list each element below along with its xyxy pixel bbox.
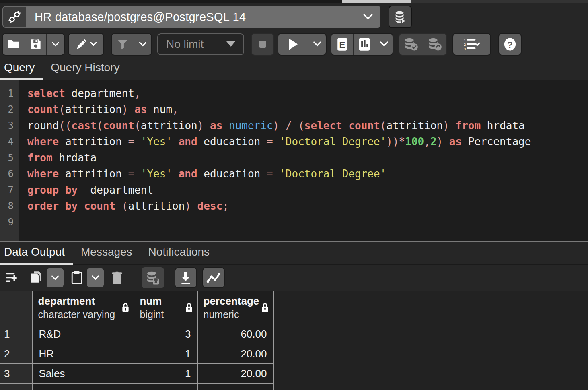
- sql-token: from: [456, 120, 481, 132]
- paste-options-chevron[interactable]: [87, 268, 104, 287]
- tab-messages[interactable]: Messages: [78, 246, 135, 264]
- paste-button[interactable]: [67, 268, 87, 287]
- line-number: 7: [0, 182, 19, 198]
- copy-options-chevron[interactable]: [47, 268, 64, 287]
- sql-token: ): [122, 103, 128, 116]
- data-output-grid: departmentcharacter varyingnumbigintperc…: [0, 291, 588, 390]
- save-options-chevron[interactable]: [46, 34, 64, 55]
- data-cell[interactable]: R&D: [32, 324, 134, 344]
- lock-icon: [185, 302, 193, 313]
- sql-token: =: [267, 168, 273, 180]
- graph-visualiser-button[interactable]: [202, 267, 225, 288]
- sql-line[interactable]: count(attrition) as num,: [27, 101, 588, 118]
- sql-token: 'Yes': [141, 136, 172, 148]
- row-number: [0, 384, 32, 390]
- rollback-button: [423, 34, 446, 55]
- line-number: 1: [0, 85, 19, 101]
- copy-button[interactable]: [27, 268, 47, 287]
- explain-options-chevron[interactable]: [375, 34, 393, 55]
- sql-line[interactable]: from hrdata: [27, 150, 588, 166]
- select-all-corner[interactable]: [0, 291, 32, 324]
- save-file-button[interactable]: [25, 34, 46, 55]
- sql-token: ,: [424, 136, 430, 148]
- execute-options-chevron[interactable]: [308, 34, 326, 55]
- sql-line[interactable]: group by department: [27, 182, 588, 198]
- data-cell[interactable]: 3: [134, 324, 197, 344]
- sql-line[interactable]: select department,: [27, 85, 588, 101]
- sql-token: department: [78, 184, 153, 196]
- line-number: 2: [0, 101, 19, 118]
- sql-code-area[interactable]: select department,count(attrition) as nu…: [19, 80, 588, 241]
- sql-token: =: [128, 136, 134, 148]
- row-number[interactable]: 1: [0, 324, 32, 344]
- edit-query-button[interactable]: [69, 34, 103, 55]
- filter-button[interactable]: [112, 34, 134, 55]
- sql-token: 2: [430, 136, 437, 148]
- select-arrow-icon: [226, 41, 235, 47]
- data-cell[interactable]: 20.00: [197, 364, 273, 384]
- data-cell[interactable]: 20.00: [197, 344, 273, 364]
- editor-tabbar: Query Query History: [0, 58, 588, 80]
- connection-status-button[interactable]: [2, 6, 26, 28]
- explain-analyze-button[interactable]: [353, 34, 375, 55]
- sql-editor[interactable]: 123456789 select department,count(attrit…: [0, 80, 588, 241]
- sql-token: [191, 200, 197, 212]
- execute-query-button[interactable]: [278, 34, 308, 55]
- results-toolbar: [0, 265, 588, 291]
- new-connection-button[interactable]: [389, 6, 412, 28]
- data-cell[interactable]: 1: [134, 364, 197, 384]
- sql-line[interactable]: order by count (attrition) desc;: [27, 198, 588, 214]
- sql-token: attrition: [65, 103, 122, 116]
- line-number: 3: [0, 118, 19, 134]
- column-header-num[interactable]: numbigint: [134, 291, 197, 324]
- row-number[interactable]: 3: [0, 364, 32, 384]
- data-cell[interactable]: 60.00: [197, 324, 273, 344]
- sql-token: [134, 136, 141, 148]
- connection-selector[interactable]: HR database/postgres@PostgreSQL 14: [26, 6, 380, 28]
- sql-token: ): [443, 120, 449, 132]
- sql-token: 100: [405, 136, 424, 148]
- help-group: ?: [498, 33, 522, 56]
- sql-token: [204, 120, 210, 132]
- column-header-percentage[interactable]: percentagenumeric: [197, 291, 273, 324]
- sql-token: numeric: [229, 120, 273, 132]
- sql-token: and: [179, 136, 197, 148]
- window-top-edge: [0, 0, 588, 3]
- sql-token: hrdata: [53, 152, 97, 164]
- open-file-button[interactable]: [3, 34, 25, 55]
- sql-token: [443, 136, 449, 148]
- download-results-button[interactable]: [175, 267, 197, 288]
- row-number[interactable]: 2: [0, 344, 32, 364]
- help-button[interactable]: ?: [499, 34, 521, 55]
- add-row-button[interactable]: [2, 268, 23, 287]
- tab-data-output[interactable]: Data Output: [2, 246, 67, 264]
- sql-token: education: [197, 136, 267, 148]
- row-limit-value: No limit: [166, 38, 226, 51]
- connection-bar: HR database/postgres@PostgreSQL 14: [0, 3, 588, 30]
- save-data-changes-button: [142, 267, 164, 288]
- tab-query-history[interactable]: Query History: [48, 61, 122, 80]
- sql-line[interactable]: round((cast(count(attrition) as numeric)…: [27, 118, 588, 134]
- sql-token: 'Yes': [141, 168, 172, 180]
- data-cell[interactable]: HR: [32, 344, 134, 364]
- sql-token: [279, 120, 286, 132]
- tab-notifications[interactable]: Notifications: [146, 246, 212, 264]
- sql-token: [273, 136, 280, 148]
- explain-button[interactable]: E: [331, 34, 353, 55]
- commit-button: [399, 34, 423, 55]
- row-limit-select[interactable]: No limit: [157, 33, 244, 55]
- filter-options-chevron[interactable]: [134, 34, 151, 55]
- sql-token: as: [210, 120, 222, 132]
- macro-button[interactable]: 1 2 3: [453, 34, 490, 55]
- sql-token: ): [185, 200, 191, 212]
- sql-line[interactable]: [27, 214, 588, 230]
- column-header-department[interactable]: departmentcharacter varying: [32, 291, 134, 324]
- sql-line[interactable]: where attrition = 'Yes' and education = …: [27, 134, 588, 150]
- tab-query[interactable]: Query: [2, 61, 37, 80]
- sql-token: cast: [72, 120, 97, 132]
- sql-line[interactable]: where attrition = 'Yes' and education = …: [27, 166, 588, 182]
- data-cell[interactable]: 1: [134, 344, 197, 364]
- sql-token: /: [286, 120, 292, 132]
- data-cell[interactable]: Sales: [32, 364, 134, 384]
- column-type: bigint: [140, 308, 164, 321]
